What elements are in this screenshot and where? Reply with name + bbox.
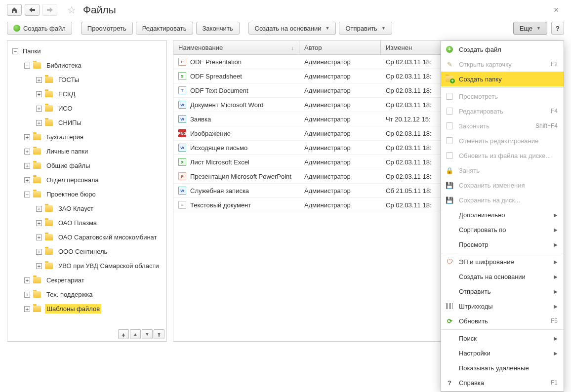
tree-nav-down[interactable]: ▼	[142, 329, 153, 339]
favorite-star-icon[interactable]: ☆	[67, 4, 76, 16]
help-button[interactable]: ?	[551, 22, 564, 35]
menu-item[interactable]: Отправить▶	[441, 284, 564, 299]
menu-item[interactable]: Дополнительно▶	[441, 207, 564, 222]
tree-item[interactable]: +Бухгалтерия	[8, 130, 165, 144]
toolbar-group-actions: Просмотреть Редактировать Закончить	[81, 22, 240, 35]
submenu-arrow-icon: ▶	[554, 289, 558, 294]
expand-icon[interactable]: +	[24, 306, 30, 312]
expand-icon[interactable]: +	[36, 206, 42, 212]
tree-item[interactable]: +ЗАО Клауст	[8, 201, 165, 216]
expand-icon[interactable]: +	[24, 177, 30, 183]
tree-item[interactable]: −Библиотека	[8, 58, 165, 73]
tree-item[interactable]: +Шаблоны файлов	[8, 302, 165, 316]
folder-icon	[33, 291, 41, 298]
tree-item[interactable]: +ГОСТы	[8, 73, 165, 87]
tree-item-label: ГОСТы	[57, 75, 81, 84]
tree-nav-up[interactable]: ▲	[130, 329, 141, 339]
tree-item[interactable]: +Личные папки	[8, 144, 165, 158]
menu-item[interactable]: 🛡ЭП и шифрование▶	[441, 254, 564, 269]
menu-item-label: Просмотреть	[459, 93, 558, 100]
doc-icon	[445, 151, 454, 160]
tree-item-label: Проектное бюро	[45, 190, 97, 199]
tree-item[interactable]: +УВО при УВД Самарской области	[8, 259, 165, 273]
tree-item[interactable]: +ИСО	[8, 101, 165, 116]
menu-shortcut: F2	[551, 61, 558, 68]
folder-tree[interactable]: −Папки−Библиотека+ГОСТы+ЕСКД+ИСО+СНИПы+Б…	[7, 41, 166, 327]
menu-item[interactable]: Штрихкоды▶	[441, 299, 564, 314]
sort-indicator-icon: ↓	[291, 45, 294, 51]
collapse-icon[interactable]: −	[24, 192, 30, 197]
tree-nav-bottom[interactable]: ▼▼	[154, 329, 164, 339]
expand-icon[interactable]: +	[36, 106, 42, 112]
close-button[interactable]: ×	[551, 5, 561, 15]
view-button[interactable]: Просмотреть	[81, 22, 133, 35]
home-button[interactable]	[7, 4, 22, 16]
blank-icon	[445, 225, 454, 234]
menu-item[interactable]: ⟳ОбновитьF5	[441, 314, 564, 328]
tree-item[interactable]: +Секретариат	[8, 273, 165, 287]
menu-item-label: Настройки	[459, 350, 554, 357]
tree-item[interactable]: +ЕСКД	[8, 87, 165, 101]
collapse-icon[interactable]: −	[24, 63, 30, 69]
tree-item-label: Общие файлы	[45, 161, 91, 170]
tree-item[interactable]: −Проектное бюро	[8, 187, 165, 201]
arrow-right-icon	[47, 7, 53, 12]
forward-button[interactable]	[42, 4, 57, 16]
finish-button[interactable]: Закончить	[196, 22, 240, 35]
menu-item[interactable]: Сортировать по▶	[441, 222, 564, 237]
menu-item[interactable]: Создать папку	[441, 72, 564, 86]
tree-root[interactable]: −Папки	[8, 44, 165, 58]
more-button[interactable]: Еще▼	[513, 22, 547, 35]
expand-icon[interactable]: +	[36, 249, 42, 255]
refresh-icon: ⟳	[445, 316, 454, 325]
menu-item[interactable]: Настройки▶	[441, 346, 564, 360]
tree-item[interactable]: +СНИПы	[8, 116, 165, 130]
menu-item: 🔒Занять	[441, 163, 564, 178]
back-button[interactable]	[25, 4, 40, 16]
menu-item[interactable]: Показывать удаленные	[441, 360, 564, 375]
menu-item[interactable]: Просмотр▶	[441, 237, 564, 252]
tree-nav-top[interactable]: ▲▲	[118, 329, 129, 339]
create-file-button[interactable]: Создать файл	[7, 22, 72, 35]
expand-icon[interactable]: +	[24, 149, 30, 155]
send-button[interactable]: Отправить▼	[339, 22, 392, 35]
expand-icon[interactable]: +	[24, 277, 30, 283]
folder-icon	[33, 177, 41, 183]
create-on-basis-button[interactable]: Создать на основании▼	[248, 22, 336, 35]
tree-panel: −Папки−Библиотека+ГОСТы+ЕСКД+ИСО+СНИПы+Б…	[7, 40, 167, 342]
tree-item[interactable]: +ОАО Плазма	[8, 216, 165, 230]
tree-item[interactable]: +ООО Сентинель	[8, 244, 165, 259]
expand-icon[interactable]: +	[36, 235, 42, 240]
menu-item[interactable]: Поиск▶	[441, 331, 564, 346]
expand-icon[interactable]: +	[36, 263, 42, 269]
edit-button[interactable]: Редактировать	[136, 22, 193, 35]
toolbar-group-create-send: Создать на основании▼ Отправить▼	[248, 22, 392, 35]
menu-item[interactable]: Создать файл	[441, 42, 564, 57]
menu-separator	[441, 329, 564, 330]
submenu-arrow-icon: ▶	[554, 336, 558, 341]
menu-item-label: Просмотр	[459, 241, 554, 248]
file-author: Администратор	[299, 187, 381, 195]
menu-item[interactable]: Создать на основании▶	[441, 269, 564, 284]
expand-icon[interactable]: +	[36, 91, 42, 97]
expand-icon[interactable]: −	[12, 48, 18, 54]
menu-item[interactable]: ?СправкаF1	[441, 375, 564, 390]
tree-item[interactable]: +Общие файлы	[8, 158, 165, 173]
folder-icon	[45, 91, 53, 97]
expand-icon[interactable]: +	[24, 134, 30, 140]
column-header-name[interactable]: Наименование ↓	[173, 41, 299, 54]
folder-icon	[33, 191, 41, 197]
tree-item[interactable]: +Отдел персонала	[8, 173, 165, 187]
home-icon	[11, 6, 18, 13]
tree-item[interactable]: +Тех. поддержка	[8, 287, 165, 302]
expand-icon[interactable]: +	[24, 292, 30, 298]
tree-item[interactable]: +ОАО Саратовский мясокомбинат	[8, 230, 165, 244]
menu-item-label: Поиск	[459, 335, 554, 342]
folder-icon	[45, 220, 53, 226]
expand-icon[interactable]: +	[36, 220, 42, 226]
expand-icon[interactable]: +	[36, 120, 42, 126]
expand-icon[interactable]: +	[24, 163, 30, 169]
column-header-author[interactable]: Автор	[299, 41, 381, 54]
file-type-icon: P	[178, 58, 186, 66]
expand-icon[interactable]: +	[36, 77, 42, 83]
